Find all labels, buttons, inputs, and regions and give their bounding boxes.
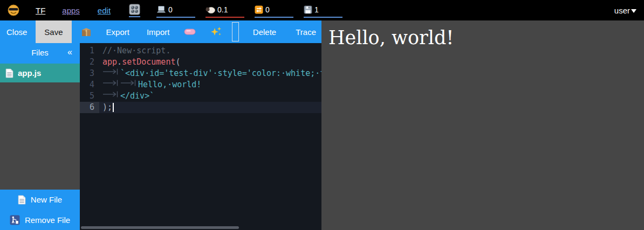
sparkles-icon <box>210 26 222 38</box>
soap-icon <box>184 28 196 36</box>
tab-whitespace-marker <box>120 79 136 90</box>
litter-bin-icon <box>10 215 20 225</box>
file-item-appjs[interactable]: app.js <box>0 64 80 82</box>
code-line[interactable]: </div>` <box>99 90 321 102</box>
code-line[interactable]: app.setDocument( <box>99 57 321 68</box>
tilde-friends-app: TF apps edit 0 0.1 <box>0 0 644 230</box>
tab-whitespace-marker <box>102 67 119 79</box>
text-cursor <box>113 103 114 112</box>
new-file-button[interactable]: New File <box>0 190 80 210</box>
repeat-meter: 0 <box>255 3 293 18</box>
cpu-meter: 0 <box>156 3 195 18</box>
tab-whitespace-marker <box>102 79 119 90</box>
file-list-empty-area <box>0 82 80 190</box>
line-number: 5 <box>80 90 99 102</box>
repeat-value: 0 <box>265 5 270 14</box>
close-button[interactable]: Close <box>1 20 32 43</box>
user-menu[interactable]: user <box>614 6 636 15</box>
trace-button[interactable]: Trace <box>290 20 321 43</box>
files-panel-header: Files « <box>0 43 80 64</box>
code-token: ); <box>102 102 112 112</box>
caret-down-icon <box>631 9 636 13</box>
tab-whitespace-marker <box>102 90 119 101</box>
code-token: setDocument <box>122 57 175 67</box>
code-token: . <box>117 57 122 67</box>
icon-placeholder-button[interactable] <box>232 22 238 41</box>
storage-value: 1 <box>314 5 319 14</box>
cpu-value: 0 <box>168 5 173 14</box>
floppy-disk-icon <box>304 5 312 14</box>
app-preview-panel: Hello, world! <box>321 20 644 230</box>
file-name: app.js <box>18 68 41 78</box>
control-knobs-icon[interactable] <box>129 4 140 17</box>
code-editor[interactable]: 123456 //·New·script.app.setDocument(`<d… <box>80 43 321 230</box>
edit-link[interactable]: edit <box>98 6 111 15</box>
memory-meter: 0.1 <box>205 3 244 18</box>
code-token: //·New·script. <box>102 46 170 55</box>
line-number: 3 <box>80 68 99 79</box>
remove-file-button[interactable]: Remove File <box>0 210 80 230</box>
import-button[interactable]: Import <box>141 20 175 43</box>
code-token: Hello,·world! <box>138 80 201 89</box>
memory-value: 0.1 <box>217 5 228 14</box>
line-number: 1 <box>80 45 99 57</box>
save-button[interactable]: Save <box>36 20 71 43</box>
sunglasses-logo-icon[interactable] <box>8 4 19 16</box>
apps-link[interactable]: apps <box>62 6 80 15</box>
ram-sheep-icon <box>205 6 215 14</box>
package-icon <box>81 27 92 37</box>
code-token: </div>` <box>120 91 154 101</box>
code-token: `<div·id='test-div'·style='color:·white;… <box>120 68 321 78</box>
new-file-label: New File <box>31 195 62 204</box>
code-content[interactable]: //·New·script.app.setDocument(`<div·id='… <box>99 45 321 113</box>
line-number: 6 <box>80 102 99 113</box>
top-bar: TF apps edit 0 0.1 <box>0 0 644 20</box>
code-line[interactable]: //·New·script. <box>99 45 321 57</box>
user-label: user <box>614 6 630 15</box>
sidebar-actions: New File Remove File <box>0 190 80 230</box>
code-token: app <box>102 57 117 67</box>
code-line[interactable]: Hello,·world! <box>99 79 321 90</box>
code-line[interactable]: `<div·id='test-div'·style='color:·white;… <box>99 68 321 79</box>
line-number-gutter: 123456 <box>80 45 99 113</box>
repeat-icon <box>255 5 263 14</box>
line-number: 2 <box>80 57 99 68</box>
preview-text: Hello, world! <box>328 27 644 48</box>
laptop-icon <box>156 5 166 14</box>
storage-meter: 1 <box>304 3 342 18</box>
package-button[interactable] <box>76 20 97 43</box>
soap-button[interactable] <box>179 20 201 43</box>
sidebar-collapse-button[interactable]: « <box>67 47 72 57</box>
horizontal-scrollbar-thumb[interactable] <box>81 226 239 229</box>
delete-button[interactable]: Delete <box>248 20 282 43</box>
code-token: ( <box>175 57 180 67</box>
remove-file-label: Remove File <box>25 215 70 225</box>
export-button[interactable]: Export <box>101 20 135 43</box>
line-number: 4 <box>80 79 99 90</box>
tf-home-link[interactable]: TF <box>36 6 45 15</box>
file-icon <box>5 68 13 78</box>
code-line[interactable]: ); <box>99 102 321 113</box>
editor-toolbar: Close Save Export Import D <box>0 20 321 43</box>
new-file-icon <box>18 195 26 205</box>
sparkles-button[interactable] <box>205 20 227 43</box>
